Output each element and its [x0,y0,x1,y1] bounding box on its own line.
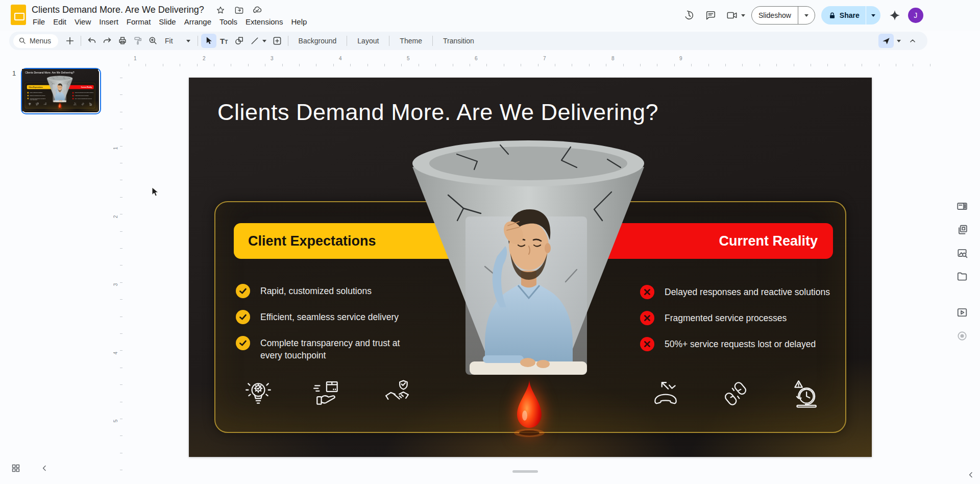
canvas-workspace: Clients Demand More. Are We Delivering? [122,66,944,484]
list-item: Complete transparency and trust at every… [27,98,47,101]
slide-title[interactable]: Clients Demand More. Are We Delivering? [217,99,658,126]
paint-format-button[interactable] [130,34,145,48]
broken-chain-icon [720,379,750,408]
share-caret-icon[interactable] [866,6,880,25]
menu-item-arrange[interactable]: Arrange [180,17,215,27]
horizontal-ruler: 1 2 3 4 5 6 7 8 9 [122,53,944,66]
menu-item-format[interactable]: Format [122,17,155,27]
lock-icon [828,12,836,19]
check-circle-icon [27,95,29,96]
slide-thumbnail[interactable]: Clients Demand More. Are We Delivering? [21,68,101,114]
pointer-mode-caret-icon[interactable] [897,40,901,44]
undo-button[interactable] [84,34,100,48]
collapse-filmstrip-icon[interactable] [39,463,50,474]
time-warning-icon [790,379,819,408]
filmstrip-panel: 1 Clients Demand More. Are We Delivering… [0,53,113,484]
speaker-notes-handle[interactable] [512,470,538,473]
slide-thumbnail-preview: Clients Demand More. Are We Delivering? [23,70,99,112]
share-button[interactable]: Share [821,6,880,25]
zoom-value: Fit [165,37,173,45]
pointer-mode-button[interactable] [878,34,894,48]
check-circle-icon [236,284,250,298]
move-folder-icon[interactable] [234,5,244,15]
check-circle-icon [27,98,29,99]
layout-panel-icon[interactable] [956,200,968,212]
list-item: Fragmented service processes [640,311,844,325]
side-panel-rail [944,53,980,484]
doc-title[interactable]: Clients Demand More. Are We Delivering? [32,5,204,15]
ruler-tick-label: 9 [679,56,682,61]
list-item: Fragmented service processes [72,95,95,96]
zoom-select[interactable]: Fit [161,37,194,45]
layout-button[interactable]: Layout [350,37,386,45]
trusted-handshake-icon [382,379,412,408]
collapse-side-panel-icon[interactable] [967,471,976,480]
text-box-tool-button[interactable]: TT [216,34,232,48]
slide-canvas[interactable]: Clients Demand More. Are We Delivering? [189,78,872,457]
insert-image-button[interactable] [270,34,285,48]
menu-item-tools[interactable]: Tools [215,17,241,27]
innovation-bulb-icon [28,103,31,106]
list-item: Complete transparency and trust at every… [236,336,420,361]
expectations-icons [243,379,412,408]
line-tool-button[interactable] [247,34,262,48]
ruler-tick-label: 4 [339,56,342,61]
grid-view-icon[interactable] [10,463,21,474]
comments-icon[interactable] [703,8,718,22]
copy-stack-icon[interactable] [956,224,968,236]
hide-menus-button[interactable] [905,34,920,48]
print-button[interactable] [115,34,130,48]
theme-button[interactable]: Theme [393,37,429,45]
menu-item-file[interactable]: File [29,17,49,27]
folder-icon[interactable] [956,271,968,283]
trusted-handshake-icon [43,103,46,106]
slideshow-button[interactable]: Slideshow [751,6,815,25]
check-circle-icon [236,336,250,350]
expectations-list[interactable]: Rapid, customized solutions Efficient, s… [236,284,420,361]
account-avatar[interactable]: J [908,8,923,23]
zoom-caret-icon [186,40,190,44]
background-button[interactable]: Background [291,37,344,45]
blood-drop-image[interactable] [509,378,550,439]
blood-drop-image[interactable] [58,103,62,109]
slideshow-caret-icon[interactable] [798,6,815,25]
reality-list[interactable]: Delayed responses and reactive solutions… [72,92,95,99]
menu-item-slide[interactable]: Slide [155,17,180,27]
line-tool-caret-icon[interactable] [262,40,266,44]
broken-chain-icon [81,103,84,106]
menu-item-view[interactable]: View [70,17,95,27]
meet-camera-icon[interactable] [725,8,739,22]
expectations-icons [28,103,47,106]
expectations-list[interactable]: Rapid, customized solutions Efficient, s… [27,92,47,101]
redo-button[interactable] [100,34,115,48]
select-tool-button[interactable] [201,34,216,48]
new-slide-button[interactable] [62,34,78,48]
media-play-icon[interactable] [956,306,968,319]
image-search-icon[interactable] [956,247,968,259]
version-history-icon[interactable] [682,8,696,22]
shape-tool-button[interactable] [232,34,247,48]
zoom-button[interactable] [145,34,161,48]
missed-call-icon [74,103,77,106]
menus-search-button[interactable]: Menus [13,34,58,48]
gemini-sparkle-icon[interactable] [889,9,901,21]
star-icon[interactable] [215,5,226,15]
cracked-funnel-image[interactable] [408,139,648,379]
slideshow-label: Slideshow [752,11,798,19]
list-item: 50%+ service requests lost or delayed [72,98,95,100]
slides-logo[interactable] [11,5,26,25]
menu-item-help[interactable]: Help [287,17,311,27]
meet-caret-icon[interactable] [741,14,745,19]
menu-item-edit[interactable]: Edit [49,17,70,27]
menu-item-insert[interactable]: Insert [95,17,122,27]
reality-list[interactable]: Delayed responses and reactive solutions… [640,285,844,351]
cracked-funnel-image[interactable] [46,76,73,102]
share-label: Share [840,11,860,19]
transition-button[interactable]: Transition [436,37,481,45]
innovation-bulb-icon [243,379,273,408]
slide-title[interactable]: Clients Demand More. Are We Delivering? [25,71,74,75]
toolbar: Menus Fit TT Background Layout Theme Tra… [9,32,927,50]
record-icon[interactable] [956,330,968,342]
cloud-status-icon[interactable] [252,5,262,15]
menu-item-extensions[interactable]: Extensions [241,17,287,27]
